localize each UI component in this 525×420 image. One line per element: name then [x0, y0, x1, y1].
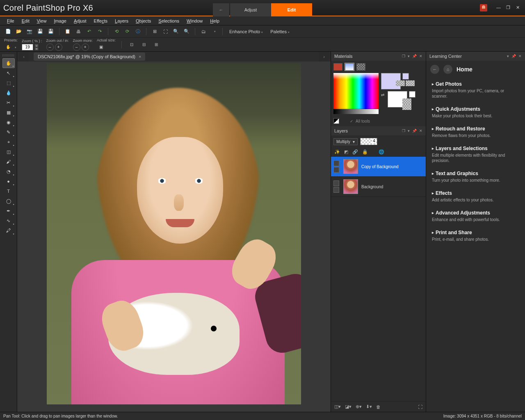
zoom-out-step-icon[interactable]: –: [46, 43, 54, 51]
preset-pan-icon[interactable]: ✋: [4, 43, 12, 51]
copy-icon[interactable]: 📋: [64, 27, 72, 36]
swatch-mode-frame-icon[interactable]: [333, 63, 342, 71]
bg-texture-icon[interactable]: [402, 104, 411, 110]
lighten-tool[interactable]: ●▸: [2, 176, 15, 186]
bg-mini-swatch[interactable]: [409, 91, 415, 98]
open-file-icon[interactable]: 📂: [15, 27, 23, 36]
clone-tool[interactable]: ⌖▸: [2, 137, 15, 147]
panel-window-icon[interactable]: ❐: [402, 129, 405, 133]
airbrush-tool[interactable]: ◔▸: [2, 167, 15, 176]
selection-tool[interactable]: ⬚▸: [2, 78, 15, 88]
learning-section[interactable]: EffectsAdd artistic effects to your phot…: [426, 187, 525, 207]
layer-link-icon[interactable]: 🔗: [352, 149, 358, 155]
panel-menu-icon[interactable]: ▾: [507, 54, 509, 58]
layer-row[interactable]: Background: [331, 177, 426, 197]
twain-icon[interactable]: 📷: [25, 27, 34, 36]
layer-visibility-toggles[interactable]: [333, 160, 340, 173]
user-account-icon[interactable]: [480, 4, 487, 11]
swatch-mode-swatches-icon[interactable]: [356, 63, 365, 71]
palettes-menu[interactable]: Palettes: [268, 29, 292, 34]
scratch-tool[interactable]: ◫▸: [2, 147, 15, 157]
layer-thumbnail[interactable]: [343, 179, 358, 194]
layer-mask-icon[interactable]: ◩: [344, 149, 348, 155]
print-icon[interactable]: 🖶: [74, 27, 82, 36]
swap-colors-icon[interactable]: ⇄: [381, 93, 384, 97]
new-layer-icon[interactable]: ◫▾: [334, 404, 341, 409]
swatch-mode-rainbow-icon[interactable]: [345, 63, 354, 71]
save-as-icon[interactable]: 💾: [47, 27, 55, 36]
layer-fx-icon[interactable]: ✨: [334, 149, 340, 155]
menu-objects[interactable]: Objects: [132, 17, 155, 25]
new-group-icon[interactable]: ⊕▾: [356, 404, 362, 409]
toolbar-grip[interactable]: [2, 54, 15, 57]
menu-edit[interactable]: Edit: [18, 17, 33, 25]
undo-icon[interactable]: ↶: [85, 27, 93, 36]
layer-visibility-toggles[interactable]: [333, 180, 340, 193]
shape-tool[interactable]: ◯▸: [2, 196, 15, 206]
learning-section[interactable]: Quick AdjustmentsMake your photos look t…: [426, 103, 525, 123]
menu-view[interactable]: View: [33, 17, 50, 25]
panel-window-icon[interactable]: ❐: [402, 54, 405, 58]
blend-mode-dropdown[interactable]: Multiply▾: [333, 138, 358, 145]
zoom-in-more-icon[interactable]: +: [82, 43, 89, 51]
dropper-tool[interactable]: 💧: [2, 88, 15, 98]
layer-lock-icon[interactable]: 🔒: [362, 149, 368, 155]
menu-file[interactable]: File: [3, 17, 18, 25]
crop-tool[interactable]: ✂▸: [2, 98, 15, 107]
fg-style-icon[interactable]: [396, 80, 405, 86]
preset-dropdown[interactable]: [14, 45, 16, 49]
document-tab[interactable]: DSCN2106fix.jpg* @ 19% (Copy of Backgrou…: [34, 52, 145, 61]
pick-tool[interactable]: ↖▸: [2, 68, 15, 78]
organizer-dropdown[interactable]: [210, 27, 218, 36]
enhance-photo-menu[interactable]: Enhance Photo: [227, 29, 265, 34]
layer-thumbnail[interactable]: [343, 159, 358, 174]
oil-brush-tool[interactable]: 🖍▸: [2, 226, 15, 235]
all-tools-check-icon[interactable]: ✓: [350, 119, 353, 123]
maximize-button[interactable]: ❐: [506, 5, 512, 11]
layer-styles-icon[interactable]: 🌐: [379, 149, 384, 155]
canvas-viewport[interactable]: [17, 62, 331, 412]
paint-brush-tool[interactable]: 🖌▸: [2, 157, 15, 167]
menu-help[interactable]: Help: [206, 17, 223, 25]
menu-layers[interactable]: Layers: [111, 17, 132, 25]
default-colors-icon[interactable]: [333, 118, 339, 124]
fit-icon[interactable]: ⛶: [161, 27, 169, 36]
warp-tool[interactable]: ∿▸: [2, 216, 15, 226]
layer-row[interactable]: Copy of Background: [331, 157, 426, 177]
menu-effects[interactable]: Effects: [90, 17, 111, 25]
new-file-icon[interactable]: 📄: [4, 27, 12, 36]
actual-size-icon[interactable]: ▣: [97, 43, 105, 51]
fit-window-icon[interactable]: ⊡: [128, 41, 136, 49]
fit-screen-icon[interactable]: ⊟: [140, 41, 148, 49]
fg-mini-swatch[interactable]: [402, 73, 409, 80]
straighten-tool[interactable]: ▦▸: [2, 107, 15, 117]
panel-pin-icon[interactable]: 📌: [412, 54, 417, 58]
panel-menu-icon[interactable]: ▾: [408, 129, 410, 133]
redo-icon[interactable]: ↷: [96, 27, 104, 36]
learning-section[interactable]: Advanced AdjustmentsEnhance and edit wit…: [426, 207, 525, 226]
mode-back-button[interactable]: ←: [213, 3, 229, 16]
resize-icon[interactable]: ⊞: [151, 27, 159, 36]
pan-tool[interactable]: ✋▸: [2, 58, 15, 68]
fit-image-icon[interactable]: ⊞: [152, 41, 160, 49]
merge-icon[interactable]: ⬇▾: [366, 404, 372, 409]
repeat-icon[interactable]: ⟲: [112, 27, 121, 36]
learning-section[interactable]: Retouch and RestoreRemove flaws from you…: [426, 123, 525, 142]
learning-center-header[interactable]: Learning Center ▾📌✕: [426, 52, 525, 61]
info-icon[interactable]: ⓘ: [134, 27, 142, 36]
mode-tab-edit[interactable]: Edit: [271, 3, 312, 16]
panel-pin-icon[interactable]: 📌: [511, 54, 516, 58]
panel-close-icon[interactable]: ✕: [419, 129, 422, 133]
panel-close-icon[interactable]: ✕: [419, 54, 422, 58]
panel-menu-icon[interactable]: ▾: [408, 54, 410, 58]
learning-back-icon[interactable]: ←: [430, 65, 439, 74]
zoom-out-more-icon[interactable]: –: [73, 43, 80, 51]
menu-window[interactable]: Window: [183, 17, 206, 25]
image-canvas[interactable]: [47, 63, 301, 404]
menu-adjust[interactable]: Adjust: [70, 17, 90, 25]
zoom-in-step-icon[interactable]: +: [55, 43, 62, 51]
save-icon[interactable]: 💾: [36, 27, 44, 36]
panel-close-icon[interactable]: ✕: [518, 54, 522, 58]
text-tool[interactable]: T: [2, 186, 15, 196]
learning-home-icon[interactable]: ⌂: [443, 65, 452, 74]
